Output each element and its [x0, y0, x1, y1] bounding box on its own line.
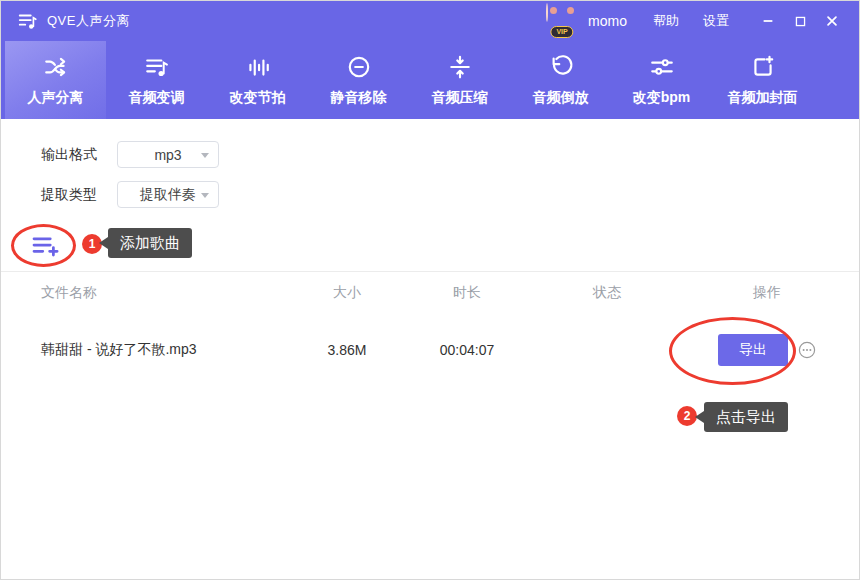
step2-tooltip: 点击导出	[704, 402, 788, 432]
extract-type-row: 提取类型 提取伴奏	[41, 181, 219, 208]
tab-label: 音频变调	[129, 89, 185, 107]
file-duration-cell: 00:04:07	[407, 342, 527, 358]
main-content: 输出格式 mp3 提取类型 提取伴奏 文件名称 大小 时长 状态	[1, 119, 859, 579]
avatar-image	[546, 3, 548, 22]
avatar-decoration	[567, 7, 574, 14]
app-logo-playlist-music-icon	[17, 10, 39, 32]
more-options-button[interactable]	[798, 341, 816, 359]
close-button[interactable]	[821, 10, 843, 32]
user-name[interactable]: momo	[588, 13, 627, 29]
add-song-button[interactable]	[29, 230, 59, 260]
minus-circle-icon	[346, 54, 372, 80]
app-title: QVE人声分离	[47, 12, 130, 30]
help-link[interactable]: 帮助	[653, 12, 679, 30]
table-header: 文件名称 大小 时长 状态 操作	[1, 271, 859, 315]
file-operation-cell: 导出	[687, 334, 847, 366]
app-window: QVE人声分离 VIP momo 帮助 设置	[0, 0, 860, 580]
user-avatar[interactable]: VIP	[546, 4, 578, 38]
file-name-cell: 韩甜甜 - 说好了不散.mp3	[1, 341, 287, 359]
export-button[interactable]: 导出	[718, 334, 788, 366]
tab-vocal-separation[interactable]: 人声分离	[5, 41, 106, 119]
tab-silence-removal[interactable]: 静音移除	[308, 41, 409, 119]
titlebar: QVE人声分离 VIP momo 帮助 设置	[1, 1, 859, 41]
add-cover-icon	[750, 54, 776, 80]
chevron-down-icon	[201, 193, 209, 198]
step2-number-badge: 2	[677, 406, 697, 426]
header-status: 状态	[527, 284, 687, 302]
extract-type-label: 提取类型	[41, 186, 101, 204]
output-format-select[interactable]: mp3	[117, 141, 219, 168]
header-duration: 时长	[407, 284, 527, 302]
chevron-down-icon	[201, 153, 209, 158]
tab-label: 音频加封面	[728, 89, 798, 107]
tab-audio-pitch[interactable]: 音频变调	[106, 41, 207, 119]
maximize-button[interactable]	[789, 10, 811, 32]
header-size: 大小	[287, 284, 407, 302]
tab-add-cover[interactable]: 音频加封面	[712, 41, 813, 119]
step1-tooltip: 添加歌曲	[108, 228, 192, 258]
extract-type-select[interactable]: 提取伴奏	[117, 181, 219, 208]
tab-audio-compress[interactable]: 音频压缩	[409, 41, 510, 119]
tab-change-bpm[interactable]: 改变bpm	[611, 41, 712, 119]
rotate-left-icon	[548, 54, 574, 80]
settings-link[interactable]: 设置	[703, 12, 729, 30]
tab-label: 改变bpm	[633, 89, 691, 107]
tab-label: 静音移除	[331, 89, 387, 107]
table-row[interactable]: 韩甜甜 - 说好了不散.mp3 3.86M 00:04:07 导出	[1, 315, 859, 385]
extract-type-value: 提取伴奏	[140, 186, 196, 204]
compress-icon	[447, 54, 473, 80]
window-controls	[757, 10, 843, 32]
tab-label: 音频倒放	[533, 89, 589, 107]
tab-label: 人声分离	[28, 89, 84, 107]
tab-audio-reverse[interactable]: 音频倒放	[510, 41, 611, 119]
minimize-button[interactable]	[757, 10, 779, 32]
avatar-decoration	[550, 7, 557, 14]
vip-badge: VIP	[550, 26, 573, 38]
tab-change-beat[interactable]: 改变节拍	[207, 41, 308, 119]
feature-tabbar: 人声分离 音频变调 改变节拍	[1, 41, 859, 119]
sliders-icon	[649, 54, 675, 80]
header-file-name: 文件名称	[1, 284, 287, 302]
output-format-value: mp3	[154, 147, 181, 163]
shuffle-icon	[43, 54, 69, 80]
equalizer-bars-icon	[245, 54, 271, 80]
header-operation: 操作	[687, 284, 847, 302]
output-format-row: 输出格式 mp3	[41, 141, 219, 168]
playlist-music-icon	[144, 54, 170, 80]
tab-label: 音频压缩	[432, 89, 488, 107]
tab-label: 改变节拍	[230, 89, 286, 107]
output-format-label: 输出格式	[41, 146, 101, 164]
file-size-cell: 3.86M	[287, 342, 407, 358]
